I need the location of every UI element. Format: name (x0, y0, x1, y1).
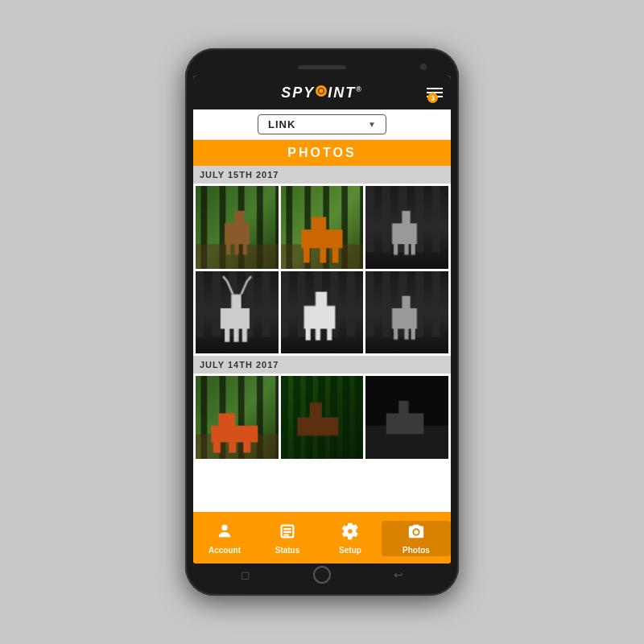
app-header: SPYINT® 3 (193, 76, 451, 109)
front-camera (420, 64, 427, 70)
menu-badge: 3 (427, 93, 438, 103)
camera-icon (407, 522, 425, 543)
nav-item-setup[interactable]: Setup (319, 522, 382, 555)
photos-title-bar: PHOTOS (193, 140, 451, 166)
photo-grid-july14 (193, 374, 451, 461)
photo-cell[interactable] (196, 186, 279, 269)
photo-cell[interactable] (196, 376, 279, 459)
phone-bottom-bar: ◻ ↩ (193, 564, 451, 586)
list-icon (279, 522, 296, 543)
nav-item-photos[interactable]: Photos (382, 521, 451, 556)
nav-label-status: Status (275, 546, 300, 555)
gear-icon (341, 522, 359, 543)
nav-item-account[interactable]: Account (193, 522, 256, 555)
camera-dropdown[interactable]: LINK ▼ (258, 114, 386, 134)
photo-cell[interactable] (365, 271, 448, 354)
photo-cell[interactable] (365, 186, 448, 269)
person-icon (216, 522, 233, 543)
svg-point-0 (221, 525, 227, 530)
photo-grid-july15 (193, 184, 451, 356)
photos-title: PHOTOS (287, 146, 356, 159)
target-dot-icon (316, 85, 327, 97)
nav-label-photos: Photos (402, 546, 430, 555)
home-button[interactable] (313, 566, 331, 584)
app-logo: SPYINT® (281, 85, 363, 101)
logo-point-text: INT (328, 85, 356, 101)
nav-label-setup: Setup (339, 546, 361, 555)
nav-label-account: Account (208, 546, 241, 555)
back-button[interactable]: ◻ (241, 568, 250, 581)
camera-selector-bar: LINK ▼ (193, 109, 451, 140)
date-header-july14: JULY 14TH 2017 (193, 356, 451, 374)
menu-button[interactable]: 3 (427, 88, 443, 97)
logo-spy-text: SPY (281, 85, 315, 101)
nav-item-status[interactable]: Status (256, 522, 319, 555)
bottom-nav: Account Status (193, 512, 451, 564)
photo-cell[interactable] (365, 376, 448, 459)
phone-screen: SPYINT® 3 LINK ▼ PHOTOS JULY 15TH 2017 (193, 76, 451, 564)
date-header-july15: JULY 15TH 2017 (193, 166, 451, 184)
photo-cell[interactable] (281, 186, 364, 269)
chevron-down-icon: ▼ (368, 120, 376, 129)
photo-cell[interactable] (281, 376, 364, 459)
camera-dropdown-value: LINK (268, 118, 295, 130)
recents-button[interactable]: ↩ (394, 568, 403, 581)
photo-cell[interactable] (281, 271, 364, 354)
photo-cell[interactable] (196, 271, 279, 354)
photos-content[interactable]: JULY 15TH 2017 (193, 166, 451, 512)
phone-device: SPYINT® 3 LINK ▼ PHOTOS JULY 15TH 2017 (185, 48, 459, 596)
phone-top-bar (193, 58, 451, 76)
phone-speaker (298, 65, 346, 69)
